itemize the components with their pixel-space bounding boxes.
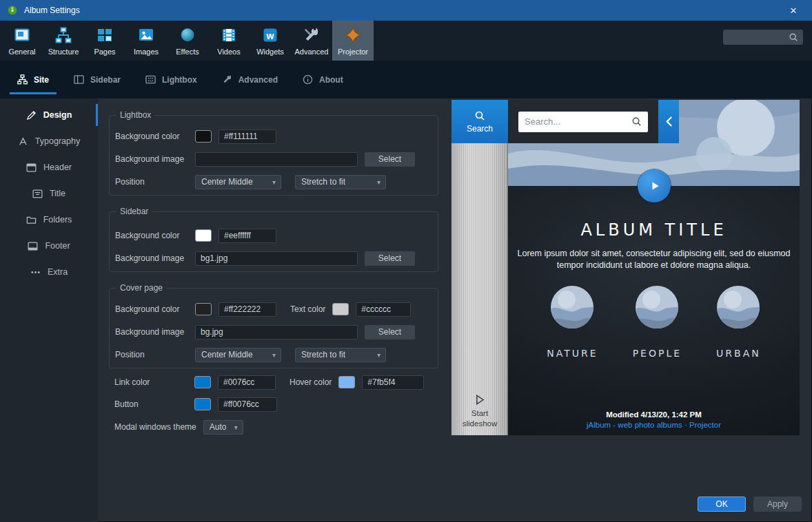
toolbar-item-effects[interactable]: Effects <box>167 21 208 61</box>
tab-lightbox[interactable]: Lightbox <box>136 61 206 98</box>
toolbar-item-label: Advanced <box>295 48 329 56</box>
folder-thumb-nature[interactable]: NATURE <box>547 286 598 359</box>
lightbox-background-image-input[interactable] <box>195 152 358 167</box>
lightbox-position-select[interactable]: Center Middle ▾ <box>195 175 281 189</box>
preview-search-input[interactable] <box>525 116 627 127</box>
toolbar-item-videos[interactable]: Videos <box>208 21 250 61</box>
nav-item-extra[interactable]: Extra <box>0 259 98 285</box>
hover-color-swatch[interactable] <box>338 376 355 388</box>
nav-item-footer[interactable]: Footer <box>0 233 98 259</box>
toolbar-item-label: Effects <box>176 48 199 56</box>
chevron-down-icon: ▾ <box>373 351 380 359</box>
nav-item-header[interactable]: Header <box>0 154 98 180</box>
toolbar-item-structure[interactable]: Structure <box>43 21 84 61</box>
sidebar-background-color-swatch[interactable] <box>195 229 212 242</box>
cover-background-color-swatch[interactable] <box>195 303 212 315</box>
toolbar-item-advanced[interactable]: Advanced <box>291 21 332 61</box>
lightbox-background-color-swatch[interactable] <box>195 130 212 143</box>
projector-icon <box>344 26 362 45</box>
link-color-input[interactable] <box>218 375 276 390</box>
ellipsis-icon <box>30 267 41 278</box>
lightbox-background-color-input[interactable] <box>219 129 276 144</box>
modal-theme-select[interactable]: Auto ▾ <box>203 420 243 435</box>
start-slideshow-button[interactable]: Start slideshow <box>451 394 508 428</box>
background-image-label: Background image <box>115 154 188 164</box>
lightbox-background-image-select-button[interactable]: Select <box>365 152 415 167</box>
cover-background-color-input[interactable] <box>219 302 276 317</box>
tab-site[interactable]: Site <box>8 61 58 98</box>
app-icon <box>7 5 18 16</box>
cover-position-select[interactable]: Center Middle ▾ <box>195 348 281 362</box>
lightbox-group: Lightbox Background color Background ima… <box>109 115 438 196</box>
tab-label: Sidebar <box>90 75 121 85</box>
nav-item-design[interactable]: Design <box>0 102 98 128</box>
toolbar-item-projector[interactable]: Projector <box>332 21 374 61</box>
cover-background-image-select-button[interactable]: Select <box>365 325 415 340</box>
ok-button[interactable]: OK <box>698 497 746 512</box>
cover-text-color-swatch[interactable] <box>332 303 349 315</box>
tab-about[interactable]: About <box>294 61 352 98</box>
projector-link[interactable]: Projector <box>689 421 721 429</box>
preview-collapse-button[interactable] <box>658 100 679 143</box>
hover-color-label: Hover color <box>290 377 332 387</box>
sidebar-background-image-input[interactable] <box>195 251 358 266</box>
nav-item-title[interactable]: Title <box>0 180 98 207</box>
tab-label: About <box>319 75 343 85</box>
preview-play-button[interactable] <box>638 169 671 202</box>
toolbar-item-general[interactable]: General <box>1 21 43 61</box>
cover-text-color-input[interactable] <box>356 302 411 317</box>
modal-theme-row: Modal windows theme Auto ▾ <box>114 419 445 435</box>
play-icon <box>648 180 660 192</box>
sidebar-group: Sidebar Background color Background imag… <box>109 211 438 272</box>
info-icon <box>303 74 313 85</box>
projector-tab-bar: Site Sidebar Lightbox Advanced About <box>0 61 812 98</box>
pages-icon <box>96 26 114 45</box>
folder-icon <box>26 215 37 225</box>
folder-thumb-image <box>717 286 760 328</box>
tab-label: Lightbox <box>162 75 197 85</box>
nav-item-label: Extra <box>48 267 68 277</box>
chevron-down-icon: ▾ <box>268 351 276 359</box>
apply-button[interactable]: Apply <box>753 497 802 512</box>
toolbar-item-label: Pages <box>94 48 115 56</box>
group-title: Cover page <box>116 283 166 293</box>
folder-thumb-urban[interactable]: URBAN <box>716 286 761 359</box>
tab-label: Site <box>34 75 49 85</box>
nav-item-folders[interactable]: Folders <box>0 207 98 233</box>
cover-background-image-input[interactable] <box>195 325 358 340</box>
chevron-down-icon: ▾ <box>268 178 276 186</box>
folder-thumb-image <box>636 286 678 328</box>
background-color-label: Background color <box>115 132 188 141</box>
toolbar-item-label: Widgets <box>256 48 284 56</box>
lightbox-stretch-select[interactable]: Stretch to fit ▾ <box>295 175 386 189</box>
background-image-label: Background image <box>115 253 188 263</box>
nav-item-typography[interactable]: Typography <box>0 128 98 154</box>
folder-label: PEOPLE <box>633 348 682 359</box>
structure-icon <box>54 26 72 45</box>
link-color-swatch[interactable] <box>194 376 211 388</box>
album-description: Lorem ipsum dolor sit amet, consectetur … <box>516 248 793 271</box>
hover-color-input[interactable] <box>362 375 424 390</box>
preview-top-bar: Search <box>451 100 679 143</box>
tab-sidebar[interactable]: Sidebar <box>65 61 130 98</box>
jalbum-link[interactable]: jAlbum - web photo albums <box>587 421 682 429</box>
widgets-icon: w <box>261 26 279 45</box>
images-icon <box>137 26 155 45</box>
toolbar-item-pages[interactable]: Pages <box>84 21 125 61</box>
toolbar-search-input[interactable] <box>728 32 789 42</box>
sidebar-background-image-select-button[interactable]: Select <box>365 251 415 266</box>
nav-item-label: Design <box>43 110 72 120</box>
close-icon[interactable]: ✕ <box>782 0 805 21</box>
folder-thumb-people[interactable]: PEOPLE <box>633 286 682 359</box>
button-color-swatch[interactable] <box>194 398 211 410</box>
cover-stretch-select[interactable]: Stretch to fit ▾ <box>295 348 386 362</box>
sidebar-background-color-input[interactable] <box>219 229 276 243</box>
button-color-input[interactable] <box>218 397 277 412</box>
toolbar-item-images[interactable]: Images <box>125 21 167 61</box>
background-color-label: Background color <box>115 304 188 314</box>
nav-item-label: Footer <box>45 241 70 251</box>
tab-advanced[interactable]: Advanced <box>213 61 287 98</box>
preview-search-button[interactable]: Search <box>451 100 508 143</box>
toolbar-item-widgets[interactable]: w Widgets <box>250 21 291 61</box>
site-icon <box>17 74 28 85</box>
